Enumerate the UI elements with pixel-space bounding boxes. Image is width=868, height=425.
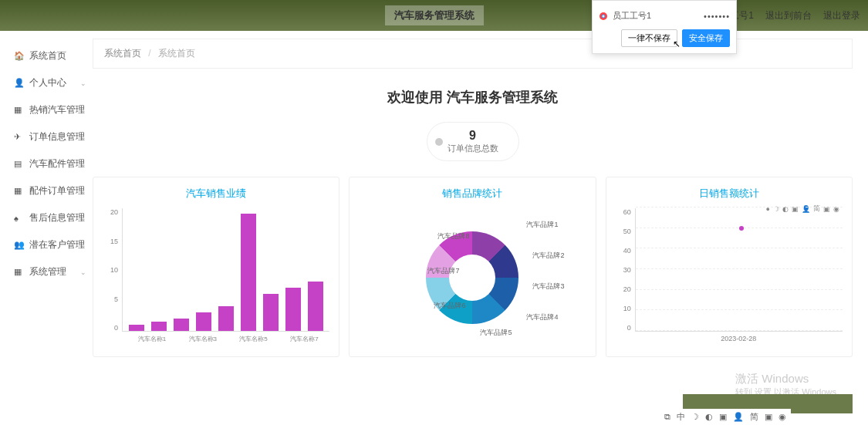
- donut-label: 汽车品牌6: [434, 301, 465, 311]
- sidebar-icon: ✈: [14, 132, 25, 142]
- save-password-button[interactable]: 安全保存: [682, 29, 730, 47]
- ime-item[interactable]: 中: [677, 411, 685, 423]
- chrome-icon: [599, 12, 608, 21]
- chevron-down-icon: ⌄: [80, 160, 86, 168]
- popup-user: 员工工号1: [613, 10, 651, 22]
- bar: [151, 322, 167, 331]
- topbar-right: 工工号1 退出到前台 退出登录: [721, 9, 860, 22]
- bar: [241, 214, 256, 331]
- sidebar: 🏠系统首页👤个人中心⌄▦热销汽车管理⌄✈订单信息管理⌄▤汽车配件管理⌄▦配件订单…: [0, 31, 93, 425]
- main-content: 系统首页 / 系统首页 欢迎使用 汽车服务管理系统 9 订单信息总数 汽车销售业…: [93, 31, 868, 425]
- ime-item[interactable]: 👤: [733, 412, 744, 422]
- ime-item[interactable]: ▣: [765, 412, 772, 422]
- donut-label: 汽车品牌7: [427, 266, 459, 276]
- sidebar-item-5[interactable]: ▦配件订单管理⌄: [0, 177, 93, 204]
- sidebar-label: 订单信息管理: [29, 130, 85, 143]
- sidebar-item-8[interactable]: ▦系统管理⌄: [0, 258, 93, 285]
- sidebar-item-3[interactable]: ✈订单信息管理⌄: [0, 123, 93, 150]
- scatter-xlabel: 2023-02-28: [635, 335, 843, 342]
- scatter-point: [739, 226, 744, 231]
- sidebar-icon: ▦: [14, 267, 25, 277]
- scatter-plot: [635, 208, 843, 332]
- donut-label: 汽车品牌5: [480, 328, 512, 338]
- bar: [174, 319, 189, 331]
- breadcrumb: 系统首页 / 系统首页: [93, 39, 853, 69]
- ime-item[interactable]: ▣: [719, 412, 727, 422]
- sidebar-icon: 👤: [14, 78, 25, 88]
- cursor-icon: ↖: [673, 39, 681, 49]
- donut-label: 汽车品牌8: [437, 231, 469, 241]
- password-save-popup: 员工工号1 ••••••• 一律不保存 安全保存: [592, 0, 737, 54]
- ime-item[interactable]: 简: [750, 411, 758, 423]
- stat-pill: 9 订单信息总数: [427, 122, 519, 161]
- bar-plot: [122, 208, 329, 332]
- bar-chart-title: 汽车销售业绩: [103, 187, 329, 201]
- sidebar-label: 汽车配件管理: [29, 157, 85, 170]
- sidebar-item-1[interactable]: 👤个人中心⌄: [0, 69, 93, 96]
- bar: [308, 282, 323, 331]
- ime-bar: ⧉中☽◐▣👤简▣◉: [660, 409, 791, 425]
- svg-point-2: [603, 15, 605, 17]
- breadcrumb-sep: /: [148, 48, 150, 59]
- chevron-down-icon: ⌄: [80, 268, 86, 276]
- donut-label: 汽车品牌1: [526, 220, 558, 230]
- sidebar-item-7[interactable]: 👥潜在客户管理⌄: [0, 231, 93, 258]
- sidebar-label: 售后信息管理: [29, 211, 85, 224]
- welcome-title: 欢迎使用 汽车服务管理系统: [93, 88, 853, 106]
- ime-item[interactable]: ⧉: [664, 412, 670, 422]
- app-title: 汽车服务管理系统: [385, 5, 484, 25]
- bar: [263, 294, 279, 331]
- topnav-logout[interactable]: 退出登录: [823, 9, 860, 22]
- bar: [129, 325, 144, 331]
- chevron-down-icon: ⌄: [80, 214, 86, 222]
- sidebar-icon: ▦: [14, 105, 25, 115]
- bar: [218, 306, 234, 331]
- sidebar-icon: ♠: [14, 214, 25, 223]
- sidebar-label: 配件订单管理: [29, 184, 85, 197]
- ime-item[interactable]: ☽: [691, 412, 699, 422]
- popup-password-dots: •••••••: [704, 12, 730, 21]
- stat-label: 订单信息总数: [440, 143, 506, 154]
- stat-dot-icon: [435, 138, 443, 146]
- scatter-yaxis: 6050403020100: [616, 208, 631, 332]
- sidebar-icon: ▦: [14, 186, 25, 196]
- sidebar-item-2[interactable]: ▦热销汽车管理⌄: [0, 96, 93, 123]
- card-donut-chart: 销售品牌统计 汽车品牌1汽车品牌2汽车品牌3汽车品牌4汽车品牌5汽车品牌6汽车品…: [349, 177, 596, 357]
- scatter-chart-title: 日销售额统计: [616, 187, 843, 201]
- sidebar-label: 系统管理: [29, 265, 66, 278]
- chevron-down-icon: ⌄: [80, 133, 86, 141]
- stat-value: 9: [440, 129, 506, 143]
- donut-chart-title: 销售品牌统计: [359, 187, 586, 201]
- ime-item[interactable]: ◉: [778, 412, 786, 422]
- card-bar-chart: 汽车销售业绩 20151050 汽车名称1汽车名称3汽车名称5汽车名称7: [93, 177, 339, 357]
- sidebar-label: 潜在客户管理: [29, 238, 85, 251]
- donut-plot: 汽车品牌1汽车品牌2汽车品牌3汽车品牌4汽车品牌5汽车品牌6汽车品牌7汽车品牌8: [359, 208, 586, 347]
- bar: [196, 312, 211, 331]
- sidebar-item-0[interactable]: 🏠系统首页: [0, 42, 93, 69]
- donut-label: 汽车品牌3: [532, 282, 564, 292]
- sidebar-label: 热销汽车管理: [29, 103, 85, 116]
- sidebar-icon: ▤: [14, 159, 25, 169]
- sidebar-item-4[interactable]: ▤汽车配件管理⌄: [0, 150, 93, 177]
- bar-xaxis: 汽车名称1汽车名称3汽车名称5汽车名称7: [122, 335, 329, 343]
- sidebar-item-6[interactable]: ♠售后信息管理⌄: [0, 204, 93, 231]
- topnav-exit-front[interactable]: 退出到前台: [765, 9, 812, 22]
- breadcrumb-root[interactable]: 系统首页: [104, 48, 141, 59]
- chevron-down-icon: ⌄: [80, 187, 86, 195]
- breadcrumb-current: 系统首页: [158, 48, 195, 59]
- topbar: 汽车服务管理系统 工工号1 退出到前台 退出登录: [0, 0, 868, 31]
- bar: [285, 288, 301, 331]
- never-save-button[interactable]: 一律不保存: [621, 29, 677, 47]
- chevron-down-icon: ⌄: [80, 241, 86, 249]
- donut-label: 汽车品牌2: [532, 251, 564, 261]
- sidebar-icon: 👥: [14, 240, 25, 250]
- chevron-down-icon: ⌄: [80, 106, 86, 114]
- donut-label: 汽车品牌4: [526, 312, 558, 322]
- card-scatter-chart: 日销售额统计 ●☽◐▣👤简▣◉ 6050403020100 2023-02-28: [606, 177, 853, 357]
- ime-item[interactable]: ◐: [705, 412, 713, 422]
- sidebar-label: 个人中心: [29, 76, 66, 89]
- sidebar-icon: 🏠: [14, 51, 25, 61]
- bar-yaxis: 20151050: [103, 208, 118, 332]
- chevron-down-icon: ⌄: [80, 79, 86, 87]
- sidebar-label: 系统首页: [29, 49, 66, 62]
